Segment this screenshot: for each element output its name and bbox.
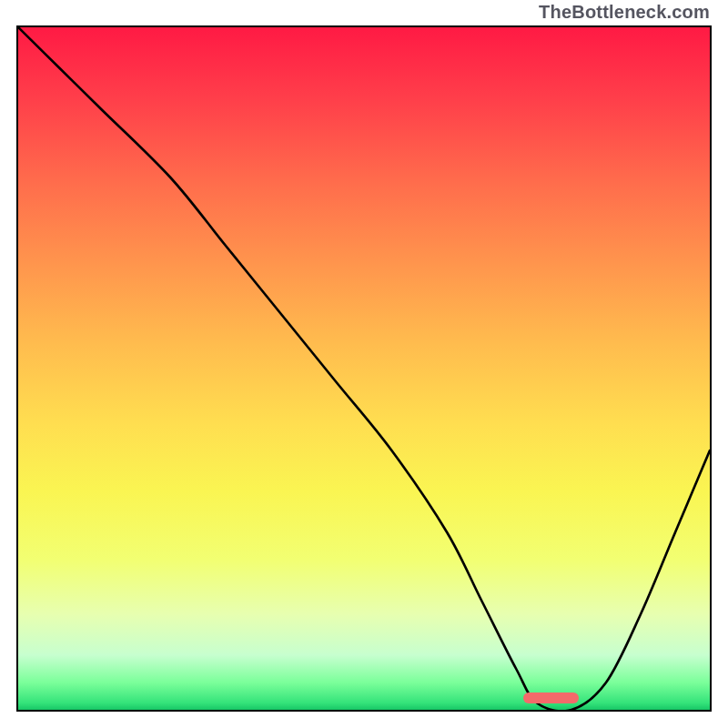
optimum-marker — [523, 693, 579, 703]
watermark-text: TheBottleneck.com — [539, 2, 710, 23]
gradient-background — [18, 27, 710, 710]
chart-container: TheBottleneck.com — [0, 0, 728, 728]
plot-area — [16, 25, 712, 712]
